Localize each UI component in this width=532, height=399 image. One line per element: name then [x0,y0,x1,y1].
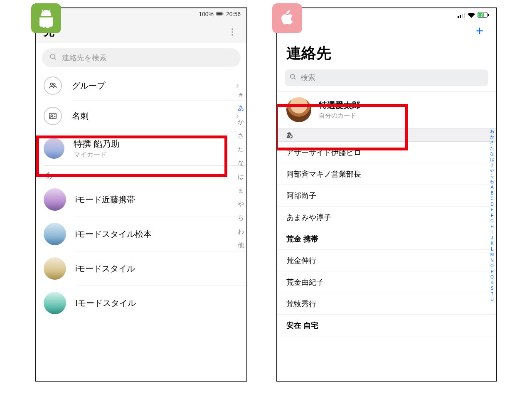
avatar [44,292,66,314]
wifi-icon [468,12,475,20]
groups-label: グループ [72,80,236,91]
search-placeholder: 連絡先を検索 [62,53,107,63]
clock: 20:56 [226,11,241,17]
index-letter[interactable]: 他 [238,241,244,249]
contact-row[interactable]: アザーサイド伊藤ピロ [277,142,496,163]
groups-row[interactable]: グループ › [36,71,246,101]
index-letter[interactable]: S [490,286,494,291]
battery-icon [478,12,489,20]
index-letter[interactable]: な [490,151,494,157]
my-card-name: 特撰 餡乃助 [74,138,120,150]
my-card-row[interactable]: 特選愛太郎 自分のカード [277,91,496,128]
avatar [44,188,66,211]
cards-label: 名刺 [72,111,236,122]
index-letter[interactable]: か [238,118,244,126]
contact-row[interactable]: 荒牧秀行 [277,293,496,315]
svg-point-5 [51,83,53,86]
svg-line-4 [54,58,56,60]
index-letter[interactable]: た [238,145,244,153]
contact-row[interactable]: iモードスタイル松本 [36,217,246,251]
index-letter[interactable]: N [490,258,494,264]
battery-pct: 100% [199,11,214,17]
index-letter[interactable]: L [490,247,494,252]
contact-row[interactable]: 阿部尚子 [277,185,496,207]
index-letter[interactable]: A [490,185,494,190]
svg-rect-2 [223,13,224,15]
index-letter[interactable]: は [238,173,244,181]
index-letter[interactable]: な [238,159,244,167]
index-letter[interactable]: わ [238,228,244,236]
alpha-index[interactable]: #あかさたなはまやらわ他 [238,91,244,249]
alpha-index[interactable]: あかさたなはまやらわABCDEFGHIJKLMNOPQRSTU [490,129,494,303]
index-letter[interactable]: U [490,297,494,303]
index-letter[interactable]: P [490,269,494,275]
index-letter[interactable]: あ [490,129,494,134]
index-letter[interactable]: わ [490,180,494,185]
index-letter[interactable]: O [490,264,494,269]
signal-icon [458,12,465,20]
index-letter[interactable]: B [490,191,494,196]
index-letter[interactable]: た [490,146,494,151]
index-letter[interactable]: E [490,207,494,213]
svg-rect-1 [217,12,222,15]
index-letter[interactable]: さ [238,132,244,140]
search-input[interactable]: 検索 [285,69,488,86]
my-card-row[interactable]: 特撰 餡乃助 マイカード [36,131,246,165]
contact-row[interactable]: 荒金 携帯 [277,228,496,250]
svg-point-18 [291,74,294,78]
contact-row[interactable]: 安在 自宅 [277,315,496,336]
contact-row[interactable]: あまみや淳子 [277,207,496,228]
avatar [286,97,311,122]
contact-row[interactable]: 荒金由紀子 [277,271,496,293]
index-letter[interactable]: さ [490,140,494,145]
apple-badge [272,3,302,33]
index-letter[interactable]: ま [238,187,244,195]
index-letter[interactable]: K [490,241,494,246]
groups-icon [44,76,62,95]
index-letter[interactable]: J [490,236,494,241]
index-letter[interactable]: H [490,224,494,230]
contact-row[interactable]: iモード近藤携帯 [36,182,246,217]
contact-row[interactable]: iモードスタイル [36,251,246,286]
add-contact-button[interactable]: ＋ [471,23,488,37]
index-letter[interactable]: か [490,135,494,140]
index-letter[interactable]: R [490,281,494,286]
index-letter[interactable]: F [490,213,494,219]
index-letter[interactable]: あ [238,104,244,112]
app-titlebar: 先 ⋮ [36,20,246,43]
index-letter[interactable]: や [238,200,244,208]
cards-row[interactable]: 名刺 › [36,101,246,131]
index-letter[interactable]: ら [490,174,494,179]
index-letter[interactable]: Q [490,275,494,280]
search-input[interactable]: 連絡先を検索 [42,48,241,67]
my-card-sub: 自分のカード [319,112,360,120]
index-letter[interactable]: や [490,168,494,174]
my-card-sub: マイカード [74,150,120,159]
index-letter[interactable]: I [490,230,494,235]
svg-rect-13 [462,14,463,18]
contact-row[interactable]: 荒金伸行 [277,250,496,271]
index-letter[interactable]: ま [490,163,494,168]
android-badge [31,3,61,33]
svg-point-6 [54,84,55,85]
contact-name: iモードスタイル [75,263,135,274]
contact-row[interactable]: 阿部斉マキノ営業部長 [277,163,496,185]
index-letter[interactable]: G [490,219,494,224]
chevron-right-icon: › [236,80,239,91]
index-letter[interactable]: T [490,292,494,297]
contact-name: iモード近藤携帯 [75,194,135,205]
index-letter[interactable]: D [490,202,494,207]
svg-rect-11 [458,16,459,18]
index-letter[interactable]: は [490,157,494,163]
search-icon [49,53,57,63]
index-letter[interactable]: ら [238,214,244,222]
overflow-menu-icon[interactable]: ⋮ [226,25,239,38]
index-letter[interactable]: # [238,91,244,99]
battery-icon [216,11,224,17]
contact-row[interactable]: Iモードスタイル [36,286,246,320]
contact-name: iモードスタイル松本 [75,229,152,240]
index-letter[interactable]: M [490,252,494,258]
page-title: 連絡先 [277,40,496,69]
index-letter[interactable]: C [490,196,494,202]
avatar [44,223,66,245]
